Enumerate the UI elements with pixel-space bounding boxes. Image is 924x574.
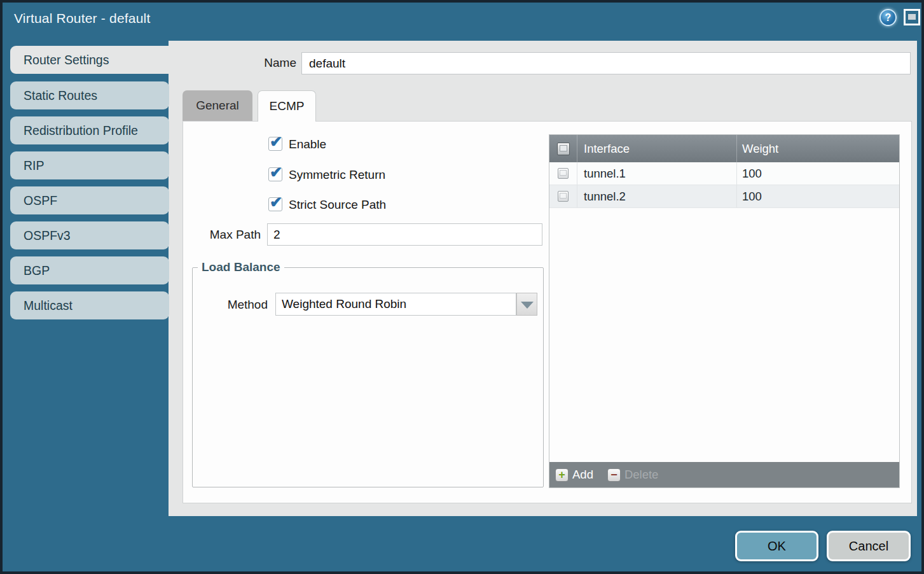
method-dropdown-input[interactable] (275, 293, 516, 316)
virtual-router-dialog: Virtual Router - default ? Router Settin… (0, 0, 924, 574)
table-header-row: Interface Weight (549, 135, 899, 162)
chevron-down-icon (521, 302, 534, 309)
sidebar-item-router-settings[interactable]: Router Settings (10, 46, 170, 74)
table-row[interactable]: tunnel.1 100 (549, 162, 899, 185)
sidebar-item-ospf[interactable]: OSPF (10, 186, 169, 214)
row-select-cell (549, 162, 577, 185)
sidebar-item-bgp[interactable]: BGP (10, 256, 169, 284)
select-all-cell (549, 135, 577, 162)
table-row[interactable]: tunnel.2 100 (549, 185, 899, 208)
weight-column-header[interactable]: Weight (737, 142, 899, 156)
sidebar-item-ospfv3[interactable]: OSPFv3 (10, 221, 169, 249)
sidebar-item-multicast[interactable]: Multicast (10, 291, 169, 319)
table-footer: + Add − Delete (549, 462, 899, 487)
load-balance-legend: Load Balance (198, 260, 284, 274)
interface-cell: tunnel.2 (577, 185, 737, 207)
tab-general[interactable]: General (183, 90, 252, 121)
tab-ecmp[interactable]: ECMP (258, 90, 316, 122)
delete-button[interactable]: − Delete (607, 468, 658, 482)
method-dropdown-button[interactable] (516, 293, 537, 316)
plus-icon: + (555, 468, 569, 482)
ok-button[interactable]: OK (735, 531, 818, 561)
ecmp-tab-content: Enable Symmetric Return Strict Source Pa… (183, 121, 912, 503)
table-empty-area (549, 208, 899, 462)
method-label: Method (197, 298, 268, 312)
row-select-cell (549, 185, 577, 207)
name-label: Name (219, 56, 296, 70)
sidebar-item-rip[interactable]: RIP (10, 151, 169, 179)
select-all-checkbox[interactable] (557, 143, 570, 155)
strict-source-path-label: Strict Source Path (289, 197, 386, 213)
row-checkbox[interactable] (558, 191, 569, 202)
interface-column-header[interactable]: Interface (577, 135, 737, 162)
enable-label: Enable (289, 137, 326, 152)
max-path-label: Max Path (195, 228, 261, 242)
symmetric-return-label: Symmetric Return (289, 167, 385, 183)
sidebar-item-static-routes[interactable]: Static Routes (10, 81, 169, 109)
interface-cell: tunnel.1 (577, 162, 737, 185)
name-input[interactable] (301, 52, 911, 74)
interface-weight-table: Interface Weight tunnel.1 100 tunnel.2 1… (549, 134, 900, 488)
add-button-label: Add (572, 468, 593, 482)
sidebar-item-redistribution-profile[interactable]: Redistribution Profile (10, 116, 169, 144)
cancel-button[interactable]: Cancel (827, 531, 911, 561)
add-button[interactable]: + Add (555, 468, 593, 482)
weight-cell: 100 (737, 190, 899, 204)
enable-checkbox[interactable] (268, 137, 282, 151)
help-icon[interactable]: ? (879, 9, 897, 26)
delete-button-label: Delete (624, 468, 658, 482)
dialog-title: Virtual Router - default (14, 11, 151, 26)
weight-cell: 100 (737, 167, 899, 181)
restore-window-icon-inner (908, 14, 916, 20)
max-path-input[interactable] (267, 223, 542, 246)
symmetric-return-checkbox[interactable] (268, 167, 282, 181)
restore-window-icon[interactable] (904, 9, 920, 25)
row-checkbox[interactable] (558, 168, 569, 179)
minus-icon: − (607, 468, 621, 482)
load-balance-fieldset: Load Balance Method (192, 260, 544, 487)
strict-source-path-checkbox[interactable] (268, 197, 282, 211)
